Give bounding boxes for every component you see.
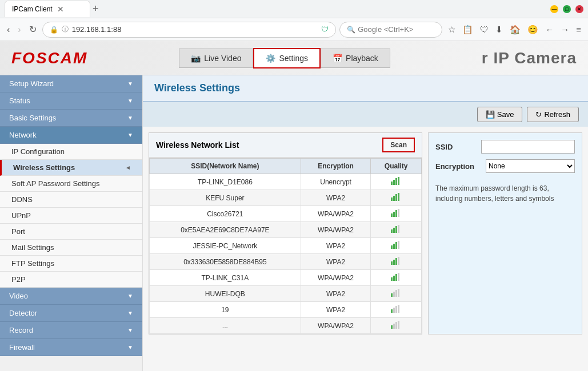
wifi-list-title: Wireless Network List xyxy=(156,140,239,150)
table-row[interactable]: TP-LINK_D1E086 Unencrypt xyxy=(150,174,422,190)
sidebar-sub-mail-settings[interactable]: Mail Settings xyxy=(0,240,142,256)
search-placeholder: Google <Ctrl+K> xyxy=(358,25,413,34)
cell-encryption: WPA2 xyxy=(301,190,371,206)
setup-wizard-arrow: ▼ xyxy=(127,80,133,87)
svg-rect-5 xyxy=(393,196,395,201)
search-bar[interactable]: 🔍 Google <Ctrl+K> xyxy=(339,22,442,38)
settings-label: Settings xyxy=(279,54,308,63)
sidebar-item-firewall[interactable]: Firewall ▼ xyxy=(0,339,142,356)
playback-button[interactable]: 📅 Playback xyxy=(321,49,390,68)
cell-encryption: WPA/WPA2 xyxy=(301,270,371,286)
cell-ssid: TP-LINK_C31A xyxy=(150,270,301,286)
sidebar-sub-p2p[interactable]: P2P xyxy=(0,272,142,288)
table-row[interactable]: 19 WPA2 xyxy=(150,302,422,318)
refresh-button[interactable]: ↻ Refresh xyxy=(527,107,579,122)
shield-icon-2[interactable]: 🛡 xyxy=(478,22,491,37)
home-icon[interactable]: 🏠 xyxy=(507,22,523,37)
calendar-icon: 📅 xyxy=(333,54,342,63)
address-text: 192.168.1.1:88 xyxy=(72,25,318,34)
table-row[interactable]: JESSIE-PC_Network WPA2 xyxy=(150,238,422,254)
col-quality: Quality xyxy=(371,159,422,174)
svg-rect-23 xyxy=(398,257,399,265)
wifi-list-header: Wireless Network List Scan xyxy=(149,133,422,158)
search-icon: 🔍 xyxy=(347,26,355,34)
port-label: Port xyxy=(11,227,25,236)
sidebar-item-basic-settings[interactable]: Basic Settings ▼ xyxy=(0,110,142,127)
sidebar-sub-upnp[interactable]: UPnP xyxy=(0,208,142,224)
download-icon[interactable]: ⬇ xyxy=(493,22,505,37)
cell-ssid: Cisco26721 xyxy=(150,206,301,222)
network-label: Network xyxy=(9,131,37,139)
minimize-button[interactable]: — xyxy=(550,5,558,13)
svg-rect-0 xyxy=(391,182,393,185)
detector-arrow: ▼ xyxy=(127,310,133,316)
sidebar-item-setup-wizard[interactable]: Setup Wizard ▼ xyxy=(0,75,142,92)
soft-ap-label: Soft AP Password Settings xyxy=(11,179,99,188)
ssid-label: SSID xyxy=(435,143,477,151)
sidebar-sub-ip-configuration[interactable]: IP Configuration xyxy=(0,144,142,160)
video-arrow: ▼ xyxy=(127,293,133,299)
address-bar[interactable]: 🔒 ⓘ 192.168.1.1:88 🛡 xyxy=(42,22,337,38)
cell-encryption: WPA2 xyxy=(301,286,371,302)
record-label: Record xyxy=(9,326,33,334)
maximize-button[interactable]: □ xyxy=(563,5,571,13)
close-button[interactable]: ✕ xyxy=(575,5,583,13)
encryption-select[interactable]: None WEP WPA WPA2 WPA/WPA2 xyxy=(486,159,575,173)
firewall-arrow: ▼ xyxy=(127,344,133,350)
scan-button[interactable]: Scan xyxy=(382,138,415,152)
table-row[interactable]: ... WPA/WPA2 xyxy=(150,318,422,334)
forward-arrow-icon[interactable]: → xyxy=(558,22,571,37)
cell-encryption: WPA/WPA2 xyxy=(301,222,371,238)
sidebar-sub-ddns[interactable]: DDNS xyxy=(0,192,142,208)
table-row[interactable]: TP-LINK_C31A WPA/WPA2 xyxy=(150,270,422,286)
table-row[interactable]: 0x333630E5858DE884B95 WPA2 xyxy=(150,254,422,270)
forward-button[interactable]: › xyxy=(15,22,23,37)
svg-rect-14 xyxy=(395,226,397,233)
cell-quality xyxy=(371,286,422,302)
table-row[interactable]: KEFU Super WPA2 xyxy=(150,190,422,206)
cell-quality xyxy=(371,174,422,190)
svg-rect-6 xyxy=(395,194,397,201)
save-button[interactable]: 💾 Save xyxy=(477,107,523,122)
sidebar-item-network[interactable]: Network ▼ xyxy=(0,127,142,144)
sidebar-sub-port[interactable]: Port xyxy=(0,224,142,240)
cell-encryption: WPA2 xyxy=(301,238,371,254)
save-page-icon[interactable]: 📋 xyxy=(460,22,475,37)
svg-rect-33 xyxy=(393,308,395,313)
svg-rect-35 xyxy=(398,305,399,313)
table-row[interactable]: 0xE5AEA2E69C8DE7AA97E WPA/WPA2 xyxy=(150,222,422,238)
browser-tab[interactable]: IPCam Client ✕ xyxy=(5,1,90,17)
back-arrow-icon[interactable]: ← xyxy=(543,22,556,37)
window-controls: — □ ✕ xyxy=(550,5,583,13)
svg-rect-37 xyxy=(393,324,395,329)
live-video-button[interactable]: 📷 Live Video xyxy=(179,49,253,68)
bookmark-star-icon[interactable]: ☆ xyxy=(446,22,458,37)
app-content: Setup Wizard ▼ Status ▼ Basic Settings ▼… xyxy=(0,75,588,371)
table-row[interactable]: Cisco26721 WPA/WPA2 xyxy=(150,206,422,222)
svg-rect-34 xyxy=(395,306,397,313)
sidebar-item-record[interactable]: Record ▼ xyxy=(0,322,142,339)
sidebar-item-status[interactable]: Status ▼ xyxy=(0,92,142,110)
sidebar-sub-wireless-settings[interactable]: Wireless Settings ◄ xyxy=(0,160,142,176)
sidebar-sub-ftp-settings[interactable]: FTP Settings xyxy=(0,256,142,272)
new-tab-button[interactable]: + xyxy=(93,3,99,15)
cell-encryption: WPA/WPA2 xyxy=(301,318,371,334)
more-icon[interactable]: ≡ xyxy=(574,22,583,37)
tab-close-button[interactable]: ✕ xyxy=(57,5,64,14)
video-label: Video xyxy=(9,292,28,300)
back-button[interactable]: ‹ xyxy=(5,22,12,37)
settings-button[interactable]: ⚙️ Settings xyxy=(253,48,321,68)
ssid-row: SSID xyxy=(435,140,575,154)
reload-button[interactable]: ↻ xyxy=(27,22,39,37)
section-title-text: Wireless Settings xyxy=(154,82,240,94)
upnp-label: UPnP xyxy=(11,211,31,220)
table-row[interactable]: HUWEI-DQB WPA2 xyxy=(150,286,422,302)
user-icon[interactable]: 😊 xyxy=(525,22,541,37)
sidebar-sub-soft-ap[interactable]: Soft AP Password Settings xyxy=(0,176,142,192)
ssid-input[interactable] xyxy=(481,140,575,154)
sidebar-item-video[interactable]: Video ▼ xyxy=(0,288,142,305)
svg-rect-31 xyxy=(398,289,399,297)
mail-settings-label: Mail Settings xyxy=(11,243,54,252)
sidebar-item-detector[interactable]: Detector ▼ xyxy=(0,305,142,322)
ip-configuration-label: IP Configuration xyxy=(11,147,65,156)
